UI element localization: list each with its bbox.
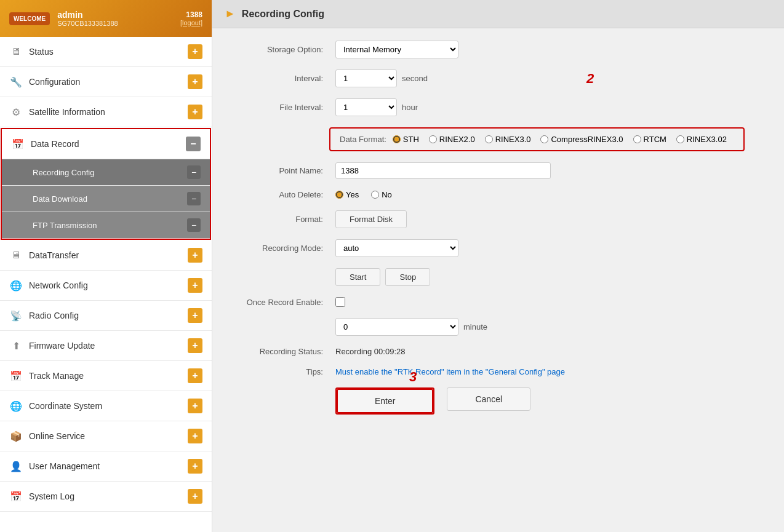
welcome-text: WELCOME	[14, 15, 46, 23]
auto-delete-yes-option[interactable]: Yes	[335, 190, 359, 199]
sidebar-label-datatransfer: DataTransfer	[29, 250, 182, 260]
sidebar-item-data-record[interactable]: 📅 Data Record −	[2, 129, 210, 159]
auto-delete-label: Auto Delete:	[231, 190, 329, 199]
sidebar-item-firmware-update[interactable]: ⬆ Firmware Update +	[0, 331, 212, 361]
format-rinex2-option[interactable]: RINEX2.0	[429, 135, 475, 144]
format-rinex302-label: RINEX3.02	[687, 135, 727, 144]
interval-select[interactable]: 12510153060	[335, 69, 397, 87]
expand-network-config[interactable]: +	[188, 278, 202, 293]
auto-delete-no-label: No	[382, 190, 392, 199]
expand-firmware-update[interactable]: +	[188, 338, 202, 353]
sub-label-ftp-transmission: FTP Transmission	[33, 221, 187, 230]
auto-delete-yes-radio[interactable]	[335, 191, 343, 199]
expand-system-log[interactable]: +	[188, 489, 202, 504]
firmware-icon: ⬆	[9, 340, 23, 352]
stop-button[interactable]: Stop	[385, 268, 430, 286]
sidebar-item-coordinate-system[interactable]: 🌐 Coordinate System +	[0, 391, 212, 421]
user-icon: 👤	[9, 461, 23, 472]
expand-user-management[interactable]: +	[188, 459, 202, 474]
auto-delete-no-radio[interactable]	[371, 191, 379, 199]
sidebar-item-satellite[interactable]: ⚙ Satellite Information +	[0, 97, 212, 127]
sidebar-item-data-download[interactable]: Data Download −	[2, 186, 210, 212]
collapse-data-record[interactable]: −	[186, 137, 201, 151]
logout-link[interactable]: [logout]	[180, 19, 202, 26]
enter-button-wrap: Enter	[335, 387, 434, 415]
sidebar-item-status[interactable]: 🖥 Status +	[0, 37, 212, 67]
sidebar-item-configuration[interactable]: 🔧 Configuration +	[0, 67, 212, 97]
storage-option-row: Storage Option: Internal Memory External…	[231, 41, 766, 58]
sidebar-item-system-log[interactable]: 📅 System Log +	[0, 482, 212, 512]
format-wrap: Format Disk	[335, 210, 766, 228]
sidebar-item-datatransfer[interactable]: 🖥 DataTransfer +	[0, 240, 212, 271]
radio-icon: 📡	[9, 310, 23, 322]
storage-option-label: Storage Option:	[231, 45, 329, 54]
sidebar-label-radio-config: Radio Config	[29, 311, 182, 320]
datatransfer-icon: 🖥	[9, 250, 23, 261]
cancel-button[interactable]: Cancel	[447, 387, 530, 411]
expand-datatransfer[interactable]: +	[188, 248, 202, 263]
sidebar-item-user-management[interactable]: 👤 User Management +	[0, 451, 212, 482]
format-rtcm-option[interactable]: RTCM	[633, 135, 666, 144]
wrench-icon: 🔧	[9, 76, 23, 88]
recording-mode-row: Recording Mode: auto manual	[231, 239, 766, 257]
recording-mode-select[interactable]: auto manual	[335, 239, 458, 257]
track-icon: 📅	[9, 370, 23, 382]
storage-option-wrap: Internal Memory External SD Card USB	[335, 41, 766, 58]
minute-select[interactable]: 0125101530	[335, 318, 458, 336]
sidebar-item-online-service[interactable]: 📦 Online Service +	[0, 421, 212, 451]
expand-configuration[interactable]: +	[188, 74, 202, 89]
file-interval-unit: hour	[402, 103, 418, 112]
once-record-wrap	[335, 297, 766, 307]
format-rinex3-option[interactable]: RINEX3.0	[485, 135, 531, 144]
format-compressrinex3-label: CompressRINEX3.0	[551, 135, 623, 144]
format-rinex3-radio[interactable]	[485, 135, 493, 143]
calendar-icon: 📅	[11, 138, 25, 150]
format-compressrinex3-radio[interactable]	[540, 135, 548, 143]
data-format-container: Data Format: STH RINEX2.0 RINEX3.0 Compr…	[231, 127, 766, 151]
sidebar-item-network-config[interactable]: 🌐 Network Config +	[0, 271, 212, 301]
format-sth-radio[interactable]	[393, 135, 401, 143]
file-interval-select[interactable]: 124681224	[335, 98, 397, 116]
welcome-badge: WELCOME	[9, 12, 50, 25]
storage-option-select[interactable]: Internal Memory External SD Card USB	[335, 41, 458, 58]
format-rinex2-radio[interactable]	[429, 135, 437, 143]
point-name-input[interactable]	[335, 162, 551, 179]
auto-delete-yes-label: Yes	[346, 190, 359, 199]
main-content: ► Recording Config Storage Option: Inter…	[212, 0, 784, 532]
session-number: 1388	[180, 10, 202, 19]
sidebar-item-ftp-transmission[interactable]: FTP Transmission −	[2, 212, 210, 239]
sidebar-label-online-service: Online Service	[29, 431, 182, 441]
annotation-2: 2	[586, 71, 594, 87]
sidebar-label-track-manage: Track Manage	[29, 371, 182, 381]
format-rinex302-option[interactable]: RINEX3.02	[676, 135, 727, 144]
format-rinex2-label: RINEX2.0	[439, 135, 475, 144]
format-rtcm-radio[interactable]	[633, 135, 641, 143]
expand-status[interactable]: +	[188, 44, 202, 59]
sub-label-data-download: Data Download	[33, 194, 187, 204]
format-disk-button[interactable]: Format Disk	[335, 210, 407, 228]
expand-satellite[interactable]: +	[188, 105, 202, 119]
expand-coordinate-system[interactable]: +	[188, 399, 202, 413]
sidebar-item-track-manage[interactable]: 📅 Track Manage +	[0, 361, 212, 391]
sidebar-header: WELCOME admin SG70CB133381388 1388 [logo…	[0, 0, 212, 37]
sidebar-item-recording-config[interactable]: Recording Config −	[2, 159, 210, 186]
page-title: Recording Config	[242, 9, 324, 20]
bottom-buttons-area: 3 Enter Cancel	[335, 387, 766, 415]
data-download-minus: −	[187, 192, 201, 205]
format-compressrinex3-option[interactable]: CompressRINEX3.0	[540, 135, 623, 144]
user-info: admin SG70CB133381388	[57, 10, 173, 27]
auto-delete-no-option[interactable]: No	[371, 190, 392, 199]
format-sth-option[interactable]: STH	[393, 135, 419, 144]
format-rinex302-radio[interactable]	[676, 135, 684, 143]
expand-radio-config[interactable]: +	[188, 308, 202, 323]
expand-track-manage[interactable]: +	[188, 368, 202, 383]
minute-wrap: 0125101530 minute	[335, 318, 766, 336]
expand-online-service[interactable]: +	[188, 429, 202, 443]
sidebar-item-radio-config[interactable]: 📡 Radio Config +	[0, 301, 212, 331]
file-interval-label: File Interval:	[231, 103, 329, 112]
chevron-right-icon: ►	[225, 7, 236, 20]
once-record-checkbox[interactable]	[335, 297, 345, 307]
sidebar-label-network-config: Network Config	[29, 280, 182, 290]
enter-button[interactable]: Enter	[337, 389, 433, 413]
start-button[interactable]: Start	[335, 268, 380, 286]
